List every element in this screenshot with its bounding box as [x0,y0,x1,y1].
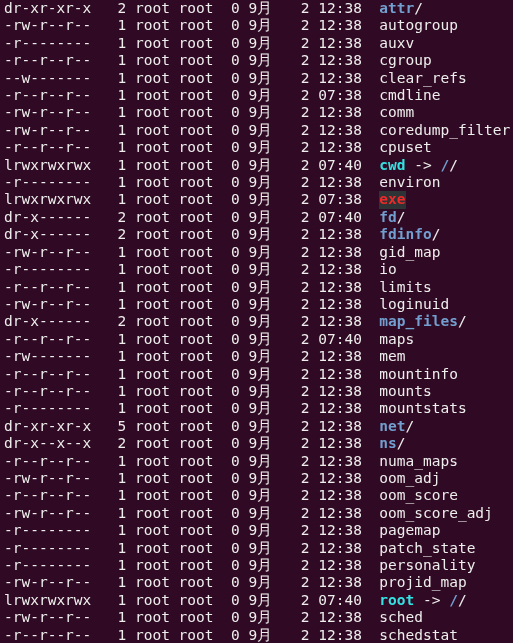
time: 12:38 [318,35,370,52]
month: 9月 [248,226,283,243]
owner: root [135,400,179,417]
ls-row: -r--------1 rootroot0 9月2 12:38 environ [4,174,509,191]
day: 2 [283,226,309,243]
size: 0 [222,70,239,87]
ls-row: dr-x------2 rootroot0 9月2 12:38 map_file… [4,313,509,330]
size: 0 [222,157,239,174]
day: 2 [283,540,309,557]
month: 9月 [248,17,283,34]
perms: -r--r--r-- [4,487,91,504]
time: 12:38 [318,174,370,191]
ls-row: -rw-r--r--1 rootroot0 9月2 12:38 sched [4,609,509,626]
links: 1 [91,17,126,34]
group: root [179,226,223,243]
time: 12:38 [318,261,370,278]
links: 2 [91,209,126,226]
day: 2 [283,139,309,156]
ls-row: -r--r--r--1 rootroot0 9月2 07:40 maps [4,331,509,348]
perms: -rw-r--r-- [4,505,91,522]
day: 2 [283,505,309,522]
file-name: fd [379,209,396,226]
dir-slash: / [449,157,458,173]
terminal-output[interactable]: dr-xr-xr-x2 rootroot0 9月2 12:38 attr/-rw… [0,0,513,643]
perms: -r--r--r-- [4,139,91,156]
links: 1 [91,470,126,487]
file-name: environ [379,174,440,191]
links: 1 [91,627,126,643]
group: root [179,453,223,470]
owner: root [135,174,179,191]
group: root [179,574,223,591]
owner: root [135,191,179,208]
month: 9月 [248,383,283,400]
size: 0 [222,348,239,365]
day: 2 [283,313,309,330]
links: 2 [91,0,126,17]
owner: root [135,609,179,626]
owner: root [135,522,179,539]
file-name: cpuset [379,139,431,156]
ls-row: -rw-r--r--1 rootroot0 9月2 12:38 coredump… [4,122,509,139]
owner: root [135,87,179,104]
day: 2 [283,87,309,104]
ls-row: -r--r--r--1 rootroot0 9月2 12:38 cpuset [4,139,509,156]
links: 1 [91,505,126,522]
size: 0 [222,487,239,504]
perms: --w------- [4,70,91,87]
file-name: loginuid [379,296,449,313]
ls-row: dr-xr-xr-x5 rootroot0 9月2 12:38 net/ [4,418,509,435]
size: 0 [222,244,239,261]
group: root [179,279,223,296]
size: 0 [222,104,239,121]
ls-row: -r--------1 rootroot0 9月2 12:38 auxv [4,35,509,52]
file-name: maps [379,331,414,348]
group: root [179,122,223,139]
file-name: comm [379,104,414,121]
ls-row: -rw-r--r--1 rootroot0 9月2 12:38 projid_m… [4,574,509,591]
ls-row: -r--------1 rootroot0 9月2 12:38 pagemap [4,522,509,539]
owner: root [135,17,179,34]
time: 12:38 [318,435,370,452]
ls-row: -r--------1 rootroot0 9月2 12:38 patch_st… [4,540,509,557]
time: 12:38 [318,226,370,243]
size: 0 [222,296,239,313]
time: 12:38 [318,296,370,313]
perms: -rw-r--r-- [4,122,91,139]
perms: lrwxrwxrwx [4,157,91,174]
links: 1 [91,35,126,52]
time: 12:38 [318,627,370,643]
file-name: autogroup [379,17,458,34]
size: 0 [222,540,239,557]
time: 07:40 [318,331,370,348]
ls-row: --w-------1 rootroot0 9月2 12:38 clear_re… [4,70,509,87]
size: 0 [222,592,239,609]
month: 9月 [248,0,283,17]
time: 12:38 [318,70,370,87]
perms: dr-x------ [4,209,91,226]
time: 07:40 [318,209,370,226]
perms: -rw-r--r-- [4,244,91,261]
group: root [179,557,223,574]
perms: -r--r--r-- [4,366,91,383]
size: 0 [222,627,239,643]
time: 12:38 [318,522,370,539]
day: 2 [283,0,309,17]
ls-row: dr-x------2 rootroot0 9月2 07:40 fd/ [4,209,509,226]
month: 9月 [248,609,283,626]
time: 12:38 [318,348,370,365]
time: 12:38 [318,122,370,139]
perms: -rw------- [4,348,91,365]
dir-slash: / [432,226,441,242]
size: 0 [222,557,239,574]
perms: dr-x--x--x [4,435,91,452]
links: 5 [91,418,126,435]
file-name: mounts [379,383,431,400]
time: 07:38 [318,191,370,208]
month: 9月 [248,574,283,591]
ls-row: -rw-r--r--1 rootroot0 9月2 12:38 oom_scor… [4,505,509,522]
group: root [179,522,223,539]
symlink-target: / [440,157,449,173]
perms: dr-x------ [4,313,91,330]
day: 2 [283,592,309,609]
size: 0 [222,139,239,156]
